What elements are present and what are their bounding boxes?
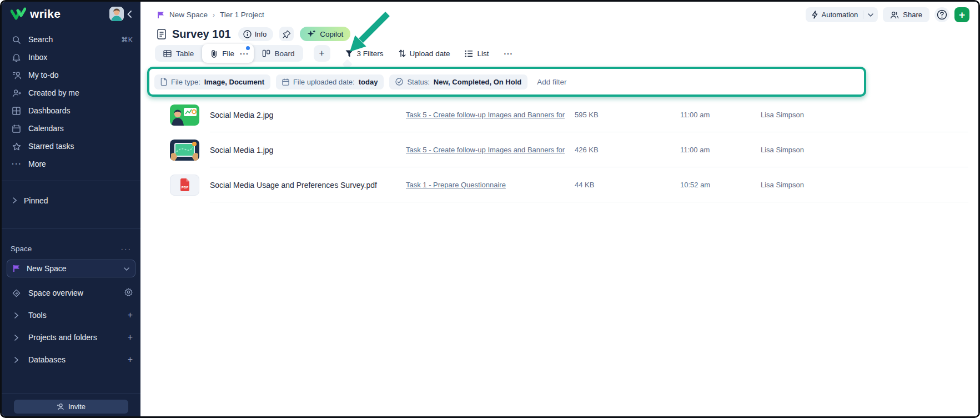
- upload-time: 10:52 am: [670, 181, 751, 189]
- filters-label: 3 Filters: [357, 49, 384, 58]
- invite-label: Invite: [68, 402, 86, 411]
- sidebar-item-created-by-me[interactable]: Created by me: [2, 84, 140, 102]
- plus-icon[interactable]: +: [128, 332, 133, 342]
- automation-button[interactable]: Automation: [806, 7, 878, 22]
- view-label: List: [477, 49, 489, 58]
- filter-chip-uploaded-date[interactable]: File uploaded date: today: [276, 74, 384, 89]
- divider: [2, 394, 140, 394]
- file-thumbnail-pdf[interactable]: PDF: [170, 175, 199, 196]
- breadcrumb-project[interactable]: Tier 1 Project: [220, 11, 264, 19]
- funnel-icon: [345, 50, 353, 57]
- tab-files-active[interactable]: File ···: [202, 44, 253, 63]
- sidebar-item-label: Created by me: [28, 88, 79, 97]
- file-thumbnail-image[interactable]: [170, 140, 199, 161]
- user-avatar[interactable]: [109, 7, 124, 21]
- sidebar-item-inbox[interactable]: Inbox: [2, 48, 140, 66]
- sidebar-footer: Invite: [2, 394, 140, 416]
- chip-label: Status:: [407, 78, 429, 86]
- file-thumbnail-image[interactable]: [170, 104, 199, 126]
- chevron-right-icon: [12, 357, 21, 363]
- space-section-header: Space ···: [2, 228, 140, 254]
- uploader-name: Lisa Simpson: [751, 111, 978, 119]
- copilot-label: Copilot: [320, 30, 343, 38]
- tab-menu-dots[interactable]: ···: [240, 49, 249, 58]
- search-shortcut: ⌘K: [121, 36, 133, 44]
- plus-glyph: +: [959, 9, 965, 20]
- task-link[interactable]: Task 1 - Prepare Questionnaire: [395, 181, 565, 189]
- tab-board[interactable]: Board: [254, 45, 303, 62]
- sidebar-collapse-button[interactable]: [124, 7, 135, 21]
- sidebar-item-my-todo[interactable]: My to-do: [2, 66, 140, 84]
- invite-button[interactable]: Invite: [14, 400, 128, 414]
- file-row[interactable]: Social Media 1.jpg Task 5 - Create follo…: [140, 132, 978, 167]
- add-filter-button[interactable]: Add filter: [537, 78, 566, 86]
- chevron-down-icon: [124, 265, 129, 272]
- filters-button[interactable]: 3 Filters: [345, 49, 384, 58]
- sidebar-item-pinned[interactable]: Pinned: [2, 181, 140, 220]
- toolbar-more-button[interactable]: ···: [504, 49, 513, 58]
- sort-label: Upload date: [410, 49, 450, 58]
- sidebar-item-label: More: [28, 160, 46, 168]
- tab-table[interactable]: Table: [155, 45, 202, 62]
- uploader-name: Lisa Simpson: [751, 146, 978, 154]
- sidebar-item-label: Tools: [28, 311, 47, 320]
- task-link[interactable]: Task 5 - Create follow-up Images and Ban…: [395, 146, 565, 154]
- file-name: Social Media Usage and Preferences Surve…: [199, 181, 395, 190]
- pdf-icon: PDF: [180, 178, 190, 191]
- view-tabs-row: Table File ··· Board + 3 Filters: [155, 44, 513, 63]
- invite-person-icon: [57, 403, 64, 410]
- file-row[interactable]: Social Media 2.jpg Task 5 - Create follo…: [140, 97, 978, 132]
- add-button[interactable]: +: [954, 7, 969, 22]
- help-button[interactable]: [934, 7, 949, 22]
- plus-icon[interactable]: +: [128, 355, 133, 365]
- file-list: Social Media 2.jpg Task 5 - Create follo…: [140, 97, 978, 202]
- breadcrumb-space[interactable]: New Space: [169, 11, 208, 19]
- sidebar-item-tools[interactable]: Tools +: [2, 304, 140, 326]
- info-label: Info: [255, 30, 267, 38]
- sidebar-item-databases[interactable]: Databases +: [2, 349, 140, 371]
- sidebar-item-search[interactable]: Search ⌘K: [2, 31, 140, 48]
- pinned-label: Pinned: [24, 196, 48, 205]
- sidebar-header: wrike: [2, 2, 140, 26]
- wrike-logo[interactable]: wrike: [11, 7, 61, 21]
- task-link[interactable]: Task 5 - Create follow-up Images and Ban…: [395, 111, 565, 119]
- ellipsis-icon: ···: [12, 160, 21, 168]
- file-name: Social Media 1.jpg: [199, 146, 395, 155]
- sidebar-item-space-overview[interactable]: Space overview: [2, 282, 140, 304]
- avatar-image: [109, 7, 124, 21]
- gear-icon[interactable]: [124, 288, 133, 298]
- sidebar-item-dashboards[interactable]: Dashboards: [2, 102, 140, 120]
- filter-chip-file-type[interactable]: File type: Image, Document: [154, 74, 270, 89]
- chevron-right-icon: [13, 196, 17, 205]
- sidebar-item-label: Space overview: [28, 288, 83, 297]
- project-clipboard-icon: [157, 29, 166, 39]
- sidebar: wrike Search: [2, 2, 140, 416]
- sidebar-item-calendars[interactable]: Calendars: [2, 120, 140, 137]
- tab-label: Table: [176, 49, 194, 58]
- info-button[interactable]: Info: [238, 27, 274, 41]
- status-check-icon: [395, 78, 403, 86]
- sidebar-item-label: Projects and folders: [28, 333, 97, 342]
- sidebar-item-label: Databases: [28, 355, 66, 364]
- share-button[interactable]: Share: [883, 7, 929, 22]
- space-selector[interactable]: New Space: [7, 260, 135, 277]
- pin-button[interactable]: [279, 27, 294, 41]
- board-icon: [262, 49, 270, 57]
- share-label: Share: [903, 11, 922, 19]
- sidebar-item-label: Search: [28, 35, 53, 44]
- filter-chip-status[interactable]: Status: New, Completed, On Hold: [389, 74, 527, 89]
- space-menu-button[interactable]: ···: [121, 245, 132, 253]
- view-mode-button[interactable]: List: [465, 49, 489, 58]
- sidebar-item-more[interactable]: ··· More: [2, 155, 140, 173]
- automation-dropdown[interactable]: [863, 7, 878, 22]
- file-row[interactable]: PDF Social Media Usage and Preferences S…: [140, 167, 978, 202]
- upload-time: 11:00 am: [670, 111, 751, 119]
- question-icon: [937, 9, 947, 20]
- sidebar-item-starred-tasks[interactable]: Starred tasks: [2, 137, 140, 155]
- copilot-button[interactable]: Copilot: [300, 27, 350, 41]
- add-view-button[interactable]: +: [314, 45, 330, 62]
- filter-bar-highlighted: File type: Image, Document File uploaded…: [147, 67, 866, 97]
- sidebar-item-projects-and-folders[interactable]: Projects and folders +: [2, 326, 140, 349]
- plus-icon[interactable]: +: [128, 310, 133, 320]
- sort-button[interactable]: Upload date: [399, 49, 450, 58]
